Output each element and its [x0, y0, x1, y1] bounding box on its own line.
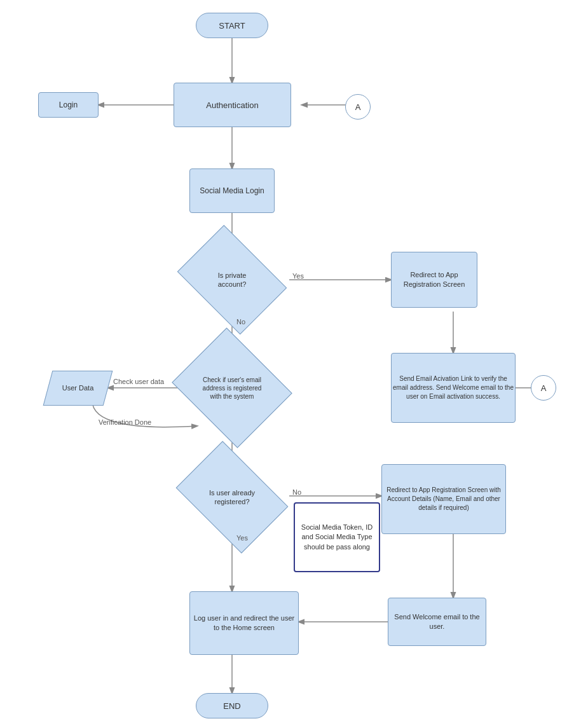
is-registered-diamond: Is user already registered? [186, 464, 278, 530]
yes-label-2: Yes [236, 534, 248, 542]
end-label: END [223, 701, 240, 711]
social-login-label: Social Media Login [200, 186, 264, 196]
connector-a2: A [531, 375, 556, 401]
end-node: END [196, 693, 268, 718]
is-registered-label: Is user already registered? [202, 488, 263, 507]
flowchart-canvas: START Authentication Login A Social Medi… [0, 0, 588, 728]
log-user-label: Log user in and redirect the user to the… [190, 614, 298, 633]
yes-label-1: Yes [292, 272, 304, 280]
send-welcome-node: Send Welcome email to the user. [388, 598, 486, 646]
check-user-data-label: Check user data [113, 378, 164, 385]
start-label: START [219, 21, 245, 31]
redirect-reg2-node: Redirect to App Registration Screen with… [381, 464, 506, 534]
send-email-node: Send Email Acivation Link to verify the … [391, 353, 516, 423]
social-login-node: Social Media Login [189, 168, 275, 213]
login-node: Login [38, 92, 99, 118]
check-email-diamond: Check if user's email address is registe… [186, 349, 278, 427]
redirect-reg-label: Redirect to App Registration Screen [392, 270, 477, 290]
auth-node: Authentication [174, 83, 291, 127]
start-node: START [196, 13, 268, 38]
connector-a2-label: A [541, 383, 547, 393]
send-welcome-label: Send Welcome email to the user. [388, 612, 486, 632]
send-email-label: Send Email Acivation Link to verify the … [392, 374, 515, 401]
note-box: Social Media Token, ID and Social Media … [294, 502, 380, 572]
connector-a1: A [345, 94, 371, 120]
is-private-label: Is private account? [203, 271, 261, 289]
login-label: Login [59, 100, 78, 109]
log-user-node: Log user in and redirect the user to the… [189, 591, 299, 655]
is-private-diamond: Is private account? [188, 247, 277, 313]
auth-label: Authentication [206, 100, 258, 110]
note-label: Social Media Token, ID and Social Media … [299, 523, 375, 552]
check-email-label: Check if user's email address is registe… [200, 376, 264, 401]
redirect-reg-node: Redirect to App Registration Screen [391, 252, 477, 308]
user-data-label: User Data [62, 383, 94, 392]
user-data-node: User Data [48, 371, 108, 406]
no-label-2: No [292, 488, 301, 496]
connector-a1-label: A [355, 102, 361, 112]
no-label-1: No [236, 318, 245, 326]
verification-done-label: Verification Done [99, 418, 151, 426]
redirect-reg2-label: Redirect to App Registration Screen with… [382, 486, 505, 512]
